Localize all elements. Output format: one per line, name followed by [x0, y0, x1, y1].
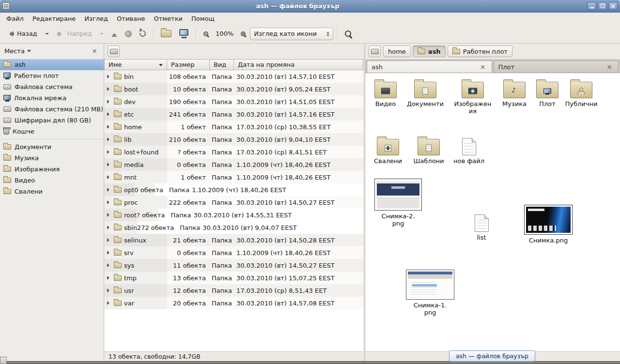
back-dropdown-button[interactable] — [42, 27, 52, 41]
forward-button[interactable]: Напред — [53, 27, 95, 41]
menu-item[interactable]: Помощ — [187, 14, 219, 24]
zoom-out-button[interactable] — [200, 27, 212, 41]
taskbar-window-button[interactable]: ash — файлов браузър — [449, 350, 535, 362]
expander-icon[interactable] — [107, 276, 111, 280]
tab[interactable]: Плот — [494, 61, 619, 73]
expander-icon[interactable] — [107, 112, 111, 116]
expander-icon[interactable] — [107, 137, 111, 141]
menu-item[interactable]: Файл — [2, 14, 28, 24]
table-row[interactable]: sbin 272 обекта Папка 30.03.2010 (вт) 9,… — [104, 221, 155, 234]
minimize-button[interactable] — [587, 2, 596, 10]
icon-view-item[interactable]: Снимка-1.png — [405, 270, 455, 317]
tab-close-button[interactable] — [605, 63, 614, 71]
expander-icon[interactable] — [107, 125, 111, 129]
breadcrumb-button[interactable]: ash — [413, 46, 446, 57]
sidebar-item[interactable]: Кошче — [0, 126, 104, 137]
sidebar-item[interactable]: Свалени — [0, 186, 104, 197]
expander-icon[interactable] — [107, 288, 111, 292]
table-row[interactable]: lost+found ? обекта Папка 17.03.2010 (ср… — [104, 146, 363, 158]
tab-close-button[interactable] — [479, 63, 487, 71]
icon-view-item[interactable]: Изображения — [453, 78, 492, 115]
back-button[interactable]: Назад — [3, 27, 41, 41]
table-row[interactable]: home 1 обект Папка 17.03.2010 (ср) 10,38… — [104, 121, 363, 133]
table-row[interactable]: etc 241 обекта Папка 30.03.2010 (вт) 14,… — [104, 108, 363, 121]
column-header-date[interactable]: Дата на промяна — [234, 59, 363, 70]
sidebar-item[interactable]: Видео — [0, 175, 104, 186]
tab[interactable]: ash — [367, 61, 492, 73]
menu-item[interactable]: Отиване — [112, 14, 149, 24]
sidebar-item[interactable]: Музика — [0, 152, 104, 164]
expander-icon[interactable] — [107, 175, 111, 179]
sidebar-item[interactable]: Шифриран дял (80 GB) — [0, 115, 104, 126]
column-header-size[interactable]: Размер — [167, 59, 210, 70]
table-row[interactable]: tmp 13 обекта Папка 30.03.2010 (вт) 15,0… — [104, 272, 363, 284]
icon-view-item[interactable]: Снимка.png — [521, 205, 575, 244]
view-mode-combo[interactable]: Изглед като икони — [250, 28, 333, 40]
maximize-button[interactable] — [598, 2, 607, 10]
table-row[interactable]: root ? обекта Папка 30.03.2010 (вт) 14,5… — [104, 209, 158, 221]
table-row[interactable]: opt 0 обекта Папка 1.10.2009 (чт) 18,40,… — [104, 183, 155, 196]
breadcrumb-root-button[interactable] — [369, 46, 381, 57]
table-row[interactable]: boot 10 обекта Папка 30.03.2010 (вт) 9,0… — [104, 83, 363, 95]
table-row[interactable]: sys 11 обекта Папка 30.03.2010 (вт) 14,5… — [104, 259, 363, 272]
icon-view-item[interactable]: Свалени — [369, 135, 407, 165]
table-row[interactable]: usr 12 обекта Папка 17.03.2010 (ср) 8,51… — [104, 284, 363, 297]
computer-button[interactable] — [176, 27, 192, 41]
sidebar-item[interactable]: Работен плот — [0, 70, 104, 81]
expander-icon[interactable] — [107, 163, 111, 167]
chevron-down-icon[interactable] — [27, 50, 31, 54]
expander-icon[interactable] — [107, 75, 111, 78]
expander-icon[interactable] — [107, 150, 111, 154]
sidebar-item[interactable]: ash — [0, 59, 104, 70]
close-button[interactable] — [608, 2, 618, 10]
expander-icon[interactable] — [107, 301, 111, 305]
table-row[interactable]: lib 210 обекта Папка 30.03.2010 (вт) 9,0… — [104, 133, 363, 146]
zoom-in-button[interactable] — [237, 27, 249, 41]
sidebar-item[interactable]: Файлова система — [0, 81, 104, 92]
icon-view-item[interactable]: list — [462, 212, 501, 242]
table-row[interactable]: var 20 обекта Папка 30.03.2010 (вт) 14,5… — [104, 297, 363, 309]
table-row[interactable]: dev 190 обекта Папка 30.03.2010 (вт) 14,… — [104, 95, 363, 108]
search-button[interactable] — [341, 27, 355, 41]
expander-icon[interactable] — [107, 188, 111, 192]
breadcrumb-button[interactable]: Работен плот — [448, 46, 512, 57]
sidebar-item[interactable]: Изображения — [0, 164, 104, 175]
menu-item[interactable]: Отметки — [149, 14, 186, 24]
expander-icon[interactable] — [107, 100, 111, 104]
table-row[interactable]: mnt 1 обект Папка 1.10.2009 (чт) 18,40,2… — [104, 171, 363, 183]
expander-icon[interactable] — [107, 263, 111, 267]
menu-item[interactable]: Изглед — [80, 14, 112, 24]
expander-icon[interactable] — [107, 87, 111, 91]
table-row[interactable]: bin 108 обекта Папка 30.03.2010 (вт) 14,… — [104, 70, 363, 83]
sidebar-item[interactable]: Локална мрежа — [0, 92, 104, 104]
sidebar-close-button[interactable] — [90, 46, 99, 56]
expander-icon[interactable] — [107, 238, 111, 242]
table-row[interactable]: media 0 обекта Папка 1.10.2009 (чт) 18,4… — [104, 158, 363, 171]
sidebar-item[interactable]: Документи — [0, 141, 104, 152]
breadcrumb-button[interactable]: home — [383, 46, 411, 57]
table-row[interactable]: proc 222 обекта Папка 30.03.2010 (вт) 14… — [104, 196, 363, 209]
reload-button[interactable] — [136, 27, 149, 41]
icon-view-item[interactable]: Снимка-2.png — [373, 179, 423, 228]
icon-view-item[interactable]: Документи — [406, 78, 445, 108]
up-button[interactable] — [108, 27, 121, 41]
home-button[interactable] — [157, 27, 175, 41]
icon-view-item[interactable]: Видео — [366, 78, 405, 108]
column-header-name[interactable]: Име — [104, 59, 167, 70]
table-row[interactable]: srv 0 обекта Папка 1.10.2009 (чт) 18,40,… — [104, 246, 363, 259]
show-desktop-button[interactable] — [0, 357, 7, 364]
title-bar[interactable]: ash — файлов браузър — [0, 0, 620, 13]
sidebar-item[interactable]: Файлова система (210 MB) — [0, 104, 104, 115]
column-header-type[interactable]: Вид — [210, 59, 234, 70]
breadcrumb-root-button[interactable] — [108, 46, 120, 57]
stop-button[interactable] — [122, 27, 135, 41]
expander-icon[interactable] — [107, 213, 111, 217]
forward-dropdown-button[interactable] — [96, 27, 107, 41]
icon-view-item[interactable]: нов файл — [450, 135, 488, 165]
icon-view-item[interactable]: Шаблони — [409, 135, 448, 165]
menu-item[interactable]: Редактиране — [28, 14, 80, 24]
expander-icon[interactable] — [107, 251, 111, 255]
icon-view-item[interactable]: Плот — [528, 78, 567, 108]
expander-icon[interactable] — [107, 200, 111, 204]
table-row[interactable]: selinux 21 обекта Папка 30.03.2010 (вт) … — [104, 234, 363, 246]
